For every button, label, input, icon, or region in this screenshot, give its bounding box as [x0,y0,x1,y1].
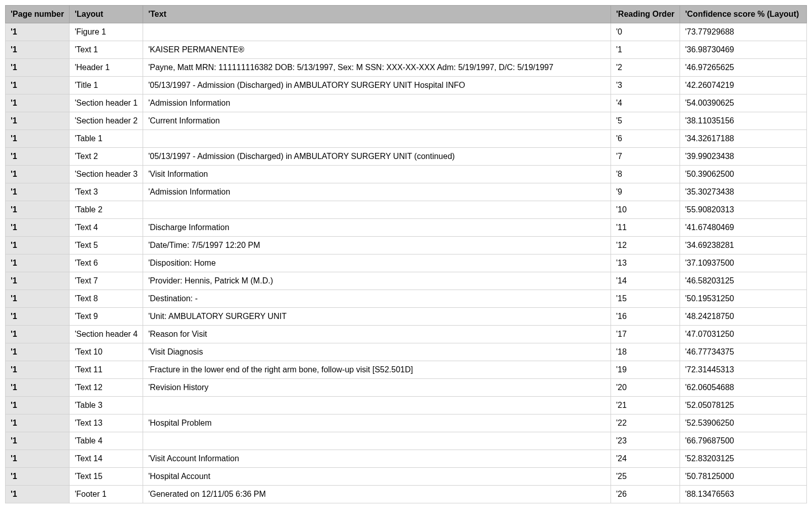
cell-layout: 'Text 1 [70,41,143,59]
cell-layout: 'Section header 1 [70,94,143,112]
cell-text: 'Disposition: Home [143,254,611,272]
cell-page: '1 [6,361,70,379]
cell-order: '19 [611,361,680,379]
cell-conf: '42.26074219 [680,77,807,94]
cell-layout: 'Text 10 [70,343,143,361]
cell-order: '11 [611,219,680,237]
cell-conf: '50.78125000 [680,468,807,486]
cell-order: '24 [611,450,680,468]
cell-order: '20 [611,379,680,397]
cell-conf: '46.58203125 [680,272,807,290]
table-row: '1'Section header 4'Reason for Visit'17'… [6,326,807,343]
cell-conf: '66.79687500 [680,432,807,450]
cell-conf: '36.98730469 [680,41,807,59]
cell-page: '1 [6,201,70,219]
cell-order: '26 [611,486,680,503]
table-row: '1'Text 2'05/13/1997 - Admission (Discha… [6,148,807,166]
cell-text: 'Hospital Account [143,468,611,486]
table-row: '1'Text 13'Hospital Problem'22'52.539062… [6,414,807,432]
cell-page: '1 [6,432,70,450]
cell-text: 'Revision History [143,379,611,397]
cell-layout: 'Text 14 [70,450,143,468]
cell-page: '1 [6,112,70,130]
cell-text: 'Generated on 12/11/05 6:36 PM [143,486,611,503]
cell-text: 'KAISER PERMANENTE® [143,41,611,59]
table-row: '1'Table 4'23'66.79687500 [6,432,807,450]
cell-page: '1 [6,219,70,237]
col-layout: 'Layout [70,6,143,23]
cell-conf: '39.99023438 [680,148,807,166]
table-row: '1'Text 1'KAISER PERMANENTE®'1'36.987304… [6,41,807,59]
cell-text: 'Visit Account Information [143,450,611,468]
cell-layout: 'Table 4 [70,432,143,450]
cell-conf: '50.39062500 [680,166,807,183]
cell-layout: 'Section header 3 [70,166,143,183]
cell-page: '1 [6,59,70,77]
cell-order: '3 [611,77,680,94]
cell-layout: 'Header 1 [70,59,143,77]
cell-layout: 'Text 15 [70,468,143,486]
cell-layout: 'Text 6 [70,254,143,272]
cell-conf: '35.30273438 [680,183,807,201]
cell-conf: '88.13476563 [680,486,807,503]
cell-page: '1 [6,94,70,112]
table-row: '1'Text 15'Hospital Account'25'50.781250… [6,468,807,486]
cell-conf: '72.31445313 [680,361,807,379]
cell-order: '2 [611,59,680,77]
cell-layout: 'Title 1 [70,77,143,94]
cell-page: '1 [6,308,70,326]
cell-conf: '38.11035156 [680,112,807,130]
cell-order: '23 [611,432,680,450]
cell-order: '16 [611,308,680,326]
cell-order: '0 [611,23,680,41]
cell-text: '05/13/1997 - Admission (Discharged) in … [143,77,611,94]
cell-conf: '48.24218750 [680,308,807,326]
cell-order: '7 [611,148,680,166]
cell-order: '4 [611,94,680,112]
cell-conf: '73.77929688 [680,23,807,41]
col-confidence: 'Confidence score % (Layout) [680,6,807,23]
cell-page: '1 [6,237,70,254]
cell-layout: 'Text 12 [70,379,143,397]
table-row: '1'Figure 1'0'73.77929688 [6,23,807,41]
cell-conf: '62.06054688 [680,379,807,397]
cell-text: 'Hospital Problem [143,414,611,432]
cell-order: '17 [611,326,680,343]
cell-page: '1 [6,468,70,486]
cell-layout: 'Text 13 [70,414,143,432]
table-row: '1'Text 3'Admission Information'9'35.302… [6,183,807,201]
table-row: '1'Text 8'Destination: -'15'50.19531250 [6,290,807,308]
cell-layout: 'Table 1 [70,130,143,148]
cell-order: '9 [611,183,680,201]
cell-order: '25 [611,468,680,486]
cell-layout: 'Footer 1 [70,486,143,503]
table-row: '1'Footer 1'Generated on 12/11/05 6:36 P… [6,486,807,503]
cell-conf: '52.53906250 [680,414,807,432]
cell-text: 'Admission Information [143,94,611,112]
cell-order: '22 [611,414,680,432]
cell-layout: 'Text 11 [70,361,143,379]
cell-layout: 'Text 5 [70,237,143,254]
cell-text [143,432,611,450]
cell-page: '1 [6,254,70,272]
cell-page: '1 [6,326,70,343]
cell-text [143,23,611,41]
cell-order: '18 [611,343,680,361]
cell-text: 'Destination: - [143,290,611,308]
cell-page: '1 [6,343,70,361]
table-row: '1'Text 9'Unit: AMBULATORY SURGERY UNIT'… [6,308,807,326]
col-reading-order: 'Reading Order [611,6,680,23]
table-row: '1'Text 11'Fracture in the lower end of … [6,361,807,379]
table-row: '1'Section header 3'Visit Information'8'… [6,166,807,183]
cell-page: '1 [6,148,70,166]
cell-conf: '34.32617188 [680,130,807,148]
cell-order: '8 [611,166,680,183]
cell-layout: 'Table 3 [70,397,143,414]
cell-order: '5 [611,112,680,130]
cell-text [143,130,611,148]
cell-conf: '55.90820313 [680,201,807,219]
cell-conf: '46.77734375 [680,343,807,361]
table-row: '1'Text 12'Revision History'20'62.060546… [6,379,807,397]
table-row: '1'Text 5'Date/Time: 7/5/1997 12:20 PM'1… [6,237,807,254]
cell-layout: 'Table 2 [70,201,143,219]
